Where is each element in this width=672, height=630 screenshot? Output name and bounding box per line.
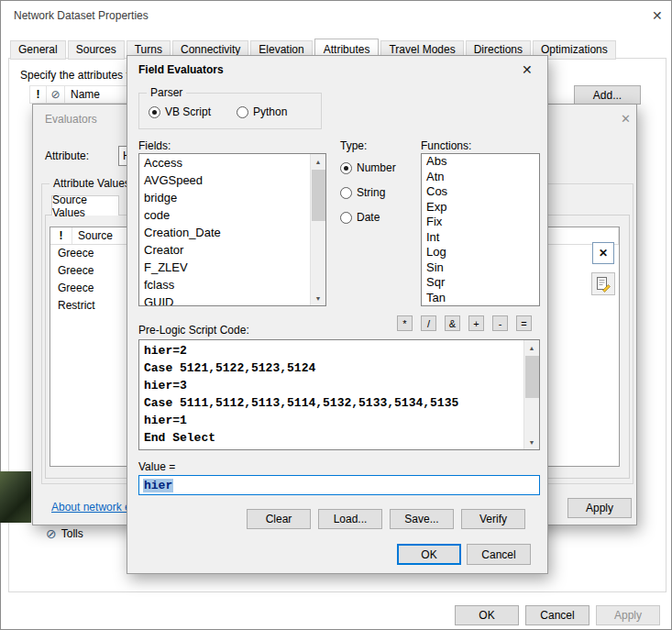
tab-item[interactable]: General	[10, 40, 66, 60]
close-icon[interactable]: ✕	[652, 8, 663, 23]
evaluators-apply-button[interactable]: Apply	[567, 498, 632, 518]
attribute-row-label: Tolls	[61, 527, 83, 540]
save-button[interactable]: Save...	[390, 509, 454, 529]
functions-label: Functions:	[421, 139, 471, 152]
function-list-item[interactable]: Int	[422, 230, 539, 246]
function-list-item[interactable]: Atn	[422, 170, 539, 185]
field-list-item[interactable]: Access	[139, 154, 310, 171]
scroll-down-icon[interactable]: ▼	[311, 291, 325, 305]
close-icon[interactable]: ✕	[621, 112, 631, 127]
radio-label: Date	[357, 211, 380, 224]
fields-label: Fields:	[138, 139, 171, 152]
attribute-row-tolls[interactable]: ⊘ Tolls	[46, 525, 83, 543]
verify-button[interactable]: Verify	[461, 509, 525, 529]
radio-label: Python	[253, 105, 287, 118]
parser-group: Parser VB Script Python	[138, 93, 322, 129]
load-button[interactable]: Load...	[318, 509, 382, 529]
selected-value-text: hier	[143, 479, 173, 492]
scroll-up-icon[interactable]: ▲	[311, 154, 325, 169]
add-button[interactable]: Add...	[574, 85, 641, 105]
radio-icon	[149, 106, 160, 118]
field-list-item[interactable]: F_ZLEV	[139, 259, 310, 276]
radio-icon	[340, 212, 352, 224]
tab-item[interactable]: Sources	[68, 40, 125, 60]
dialog-title: Field Evaluators	[138, 63, 224, 76]
cancel-button[interactable]: Cancel	[467, 544, 531, 565]
function-list-item[interactable]: Log	[422, 245, 539, 260]
main-titlebar[interactable]: Network Dataset Properties ✕	[1, 1, 671, 30]
group-label: Attribute Values	[50, 177, 134, 190]
radio-icon	[237, 106, 248, 118]
delete-evaluator-button[interactable]: ✕	[592, 242, 614, 264]
script-scrollbar[interactable]: ▲ ▼	[523, 340, 539, 449]
script-code-editor[interactable]: hier=2 Case 5121,5122,5123,5124 hier=3 C…	[138, 339, 540, 450]
scroll-up-icon[interactable]: ▲	[524, 340, 539, 355]
close-icon[interactable]: ✕	[522, 62, 533, 77]
exclamation-icon[interactable]: !	[30, 86, 47, 103]
type-radio-option[interactable]: Number	[340, 161, 396, 174]
instruction-text: Specify the attributes f	[20, 69, 129, 82]
field-evaluators-titlebar[interactable]: Field Evaluators ✕	[127, 56, 547, 83]
ok-button[interactable]: OK	[397, 544, 461, 565]
type-options: Number String Date	[340, 161, 396, 224]
parser-radio-option[interactable]: Python	[237, 105, 287, 118]
function-list-item[interactable]: Abs	[422, 154, 539, 170]
operator-button[interactable]: /	[421, 315, 436, 331]
tab-source-values[interactable]: Source Values	[51, 195, 119, 216]
parser-radio-option[interactable]: VB Script	[149, 105, 211, 118]
cancel-button[interactable]: Cancel	[525, 605, 589, 625]
scrollbar-thumb[interactable]	[312, 170, 325, 221]
operator-button[interactable]: -	[492, 315, 508, 331]
radio-icon	[340, 162, 352, 174]
radio-icon	[340, 187, 352, 199]
type-radio-option[interactable]: Date	[340, 211, 396, 224]
field-evaluators-dialog: Field Evaluators ✕ Parser VB Script Pyth…	[127, 55, 548, 574]
field-list-item[interactable]: Creation_Date	[139, 224, 310, 241]
function-list-item[interactable]: Exp	[422, 200, 539, 216]
evaluator-properties-button[interactable]	[591, 272, 615, 295]
function-list-item[interactable]: Sqr	[422, 275, 539, 291]
delete-icon: ✕	[599, 247, 608, 260]
field-list-item[interactable]: Creator	[139, 241, 310, 259]
radio-label: String	[357, 186, 385, 199]
edit-properties-icon	[595, 276, 611, 293]
prohibit-icon[interactable]: ⊘	[47, 86, 65, 103]
window-title: Network Dataset Properties	[14, 9, 149, 22]
field-list-item[interactable]: fclass	[139, 276, 310, 293]
radio-label: VB Script	[165, 105, 211, 118]
attribute-label: Attribute:	[45, 149, 89, 162]
fields-listbox: AccessAVGSpeedbridgecodeCreation_DateCre…	[138, 153, 326, 306]
function-list-item[interactable]: Fix	[422, 215, 539, 230]
operator-button[interactable]: =	[516, 315, 532, 331]
function-list-item[interactable]: Tan	[422, 291, 539, 306]
operator-button[interactable]: &	[445, 315, 460, 331]
field-list-item[interactable]: GUID	[139, 293, 310, 306]
apply-button: Apply	[596, 605, 660, 625]
functions-listbox: AbsAtnCosExpFixIntLogSinSqrTan	[421, 153, 540, 306]
field-list-item[interactable]: code	[139, 206, 310, 224]
function-list-item[interactable]: Sin	[422, 260, 539, 276]
scroll-down-icon[interactable]: ▼	[524, 435, 539, 449]
fields-list: AccessAVGSpeedbridgecodeCreation_DateCre…	[139, 154, 310, 306]
value-label: Value =	[138, 460, 175, 473]
fields-scrollbar[interactable]: ▲ ▼	[310, 154, 325, 305]
field-list-item[interactable]: AVGSpeed	[139, 171, 310, 189]
operator-button[interactable]: +	[468, 315, 484, 331]
restriction-icon: ⊘	[46, 526, 57, 541]
clear-button[interactable]: Clear	[247, 509, 311, 529]
radio-label: Number	[357, 161, 396, 174]
type-label: Type:	[340, 139, 367, 152]
scrollbar-thumb[interactable]	[525, 356, 539, 398]
ok-button[interactable]: OK	[455, 605, 519, 625]
operator-buttons: */&+-=	[397, 315, 532, 331]
type-radio-option[interactable]: String	[340, 186, 396, 199]
about-network-evaluators-link[interactable]: About network e	[51, 501, 131, 514]
function-list-item[interactable]: Cos	[422, 184, 539, 200]
value-input[interactable]: hier	[138, 475, 540, 495]
background-map-fragment	[0, 471, 31, 523]
script-code-text: hier=2 Case 5121,5122,5123,5124 hier=3 C…	[139, 340, 523, 448]
field-list-item[interactable]: bridge	[139, 189, 310, 206]
prelogic-label: Pre-Logic Script Code:	[138, 324, 249, 337]
operator-button[interactable]: *	[397, 315, 413, 331]
exclamation-column-header[interactable]: !	[50, 227, 72, 244]
